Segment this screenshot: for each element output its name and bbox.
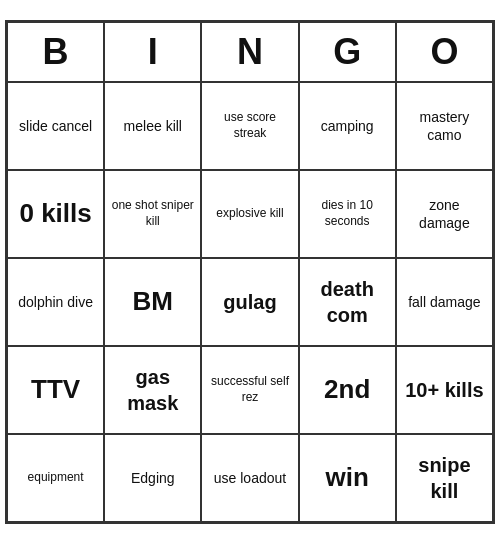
bingo-cell-17: successful self rez	[201, 346, 298, 434]
bingo-cell-20: equipment	[7, 434, 104, 522]
bingo-cell-18: 2nd	[299, 346, 396, 434]
bingo-cell-2: use score streak	[201, 82, 298, 170]
bingo-cell-13: death com	[299, 258, 396, 346]
bingo-header: BINGO	[7, 22, 493, 82]
bingo-cell-7: explosive kill	[201, 170, 298, 258]
header-letter-I: I	[104, 22, 201, 82]
bingo-cell-1: melee kill	[104, 82, 201, 170]
bingo-cell-8: dies in 10 seconds	[299, 170, 396, 258]
bingo-cell-14: fall damage	[396, 258, 493, 346]
bingo-cell-6: one shot sniper kill	[104, 170, 201, 258]
bingo-card: BINGO slide cancelmelee killuse score st…	[5, 20, 495, 524]
header-letter-G: G	[299, 22, 396, 82]
bingo-cell-9: zone damage	[396, 170, 493, 258]
bingo-cell-15: TTV	[7, 346, 104, 434]
header-letter-O: O	[396, 22, 493, 82]
bingo-cell-0: slide cancel	[7, 82, 104, 170]
header-letter-N: N	[201, 22, 298, 82]
bingo-cell-5: 0 kills	[7, 170, 104, 258]
bingo-cell-23: win	[299, 434, 396, 522]
bingo-cell-16: gas mask	[104, 346, 201, 434]
bingo-cell-11: BM	[104, 258, 201, 346]
bingo-grid: slide cancelmelee killuse score streakca…	[7, 82, 493, 522]
bingo-cell-10: dolphin dive	[7, 258, 104, 346]
bingo-cell-24: snipe kill	[396, 434, 493, 522]
header-letter-B: B	[7, 22, 104, 82]
bingo-cell-19: 10+ kills	[396, 346, 493, 434]
bingo-cell-4: mastery camo	[396, 82, 493, 170]
bingo-cell-22: use loadout	[201, 434, 298, 522]
bingo-cell-12: gulag	[201, 258, 298, 346]
bingo-cell-21: Edging	[104, 434, 201, 522]
bingo-cell-3: camping	[299, 82, 396, 170]
